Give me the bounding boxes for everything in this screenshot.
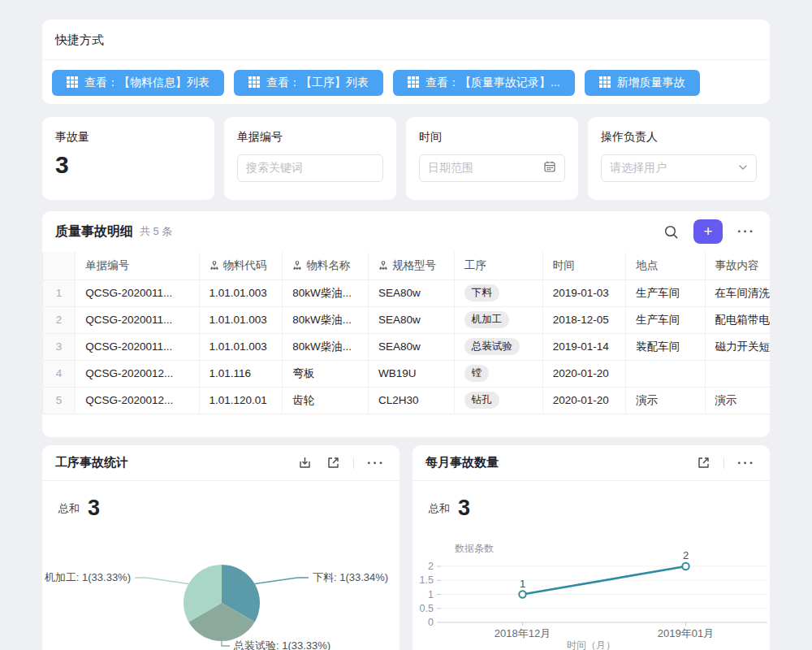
column-header-0[interactable]: 单据编号 bbox=[76, 252, 199, 280]
pie-label-下料: 下料: 1(33.34%) bbox=[313, 571, 388, 583]
grid-icon bbox=[67, 76, 78, 90]
table-more-menu-icon[interactable]: ··· bbox=[736, 223, 757, 240]
cell-doc-no: QCSG-2020011... bbox=[76, 280, 199, 306]
column-header-2[interactable]: 物料名称 bbox=[283, 252, 369, 280]
time-filter-card: 时间 日期范围 bbox=[406, 117, 578, 200]
column-header-3[interactable]: 规格型号 bbox=[368, 252, 454, 280]
doc-no-label: 单据编号 bbox=[224, 117, 396, 145]
cell-place: 装配车间 bbox=[626, 333, 705, 360]
cell-spec: CL2H30 bbox=[368, 387, 454, 414]
cell-material-name: 80kW柴油... bbox=[283, 333, 369, 360]
cell-doc-no: QCSG-2020011... bbox=[76, 306, 199, 333]
pie-total-value: 3 bbox=[88, 497, 100, 519]
grid-icon bbox=[599, 76, 611, 90]
open-in-new-icon[interactable] bbox=[695, 454, 712, 471]
cell-content: 演示 bbox=[705, 387, 770, 414]
data-point-label: 1 bbox=[520, 578, 525, 590]
metric-label: 事故量 bbox=[42, 117, 214, 145]
search-icon[interactable] bbox=[662, 223, 680, 241]
row-number: 3 bbox=[43, 333, 76, 360]
row-number: 1 bbox=[43, 280, 76, 306]
cell-material-code: 1.01.01.003 bbox=[199, 306, 283, 333]
cell-content: 配电箱带电... bbox=[705, 306, 770, 333]
cell-date: 2018-12-05 bbox=[542, 306, 626, 333]
divider bbox=[353, 457, 354, 469]
time-label: 时间 bbox=[406, 117, 578, 145]
cell-spec: SEA80w bbox=[368, 333, 454, 360]
cell-process: 总装试验 bbox=[454, 333, 542, 360]
cell-doc-no: QCSG-2020012... bbox=[76, 360, 199, 387]
column-header-6[interactable]: 地点 bbox=[626, 252, 705, 280]
cell-spec: WB19U bbox=[368, 360, 454, 387]
y-tick-label: 0 bbox=[428, 617, 434, 628]
cell-material-name: 80kW柴油... bbox=[283, 280, 369, 306]
owner-filter-card: 操作负责人 请选择用户 bbox=[588, 117, 770, 200]
row-number: 4 bbox=[43, 360, 76, 387]
cell-content: 在车间清洗... bbox=[705, 280, 770, 306]
row-number: 5 bbox=[43, 387, 76, 414]
shortcut-button-label: 查看：【质量事故记录】... bbox=[425, 76, 560, 90]
table-row-count: 共 5 条 bbox=[140, 224, 172, 239]
column-header-4[interactable]: 工序 bbox=[454, 252, 542, 280]
x-tick-label: 2018年12月 bbox=[495, 627, 551, 639]
column-header-1[interactable]: 物料代码 bbox=[199, 252, 283, 280]
process-tag: 总装试验 bbox=[464, 338, 520, 355]
add-record-button[interactable]: + bbox=[693, 219, 723, 244]
pie-total-label: 总和 bbox=[58, 501, 80, 519]
pie-label-总装试验: 总装试验: 1(33.33%) bbox=[233, 639, 330, 650]
y-tick-label: 1 bbox=[428, 589, 434, 600]
shortcut-button-label: 查看：【工序】列表 bbox=[266, 76, 369, 90]
shortcuts-title: 快捷方式 bbox=[42, 20, 770, 59]
cell-process: 下料 bbox=[454, 280, 542, 306]
data-point-label: 2 bbox=[683, 549, 689, 561]
doc-no-filter-card: 单据编号 搜索关键词 bbox=[224, 117, 396, 200]
cell-material-name: 弯板 bbox=[283, 360, 369, 387]
line-more-menu-icon[interactable]: ··· bbox=[736, 454, 757, 472]
pie-slice-下料 bbox=[222, 565, 260, 622]
table-row[interactable]: 1QCSG-2020011...1.01.01.00380kW柴油...SEA8… bbox=[43, 280, 771, 306]
open-in-new-icon[interactable] bbox=[325, 454, 342, 471]
process-tag: 机加工 bbox=[464, 311, 510, 328]
cell-content bbox=[705, 360, 770, 387]
table-row[interactable]: 2QCSG-2020011...1.01.01.00380kW柴油...SEA8… bbox=[43, 306, 771, 333]
cell-doc-no: QCSG-2020011... bbox=[76, 333, 199, 360]
metric-card: 事故量 3 bbox=[42, 117, 214, 200]
line-y-axis-label: 数据条数 bbox=[455, 543, 494, 554]
pie-more-menu-icon[interactable]: ··· bbox=[365, 454, 387, 472]
line-chart-title: 每月事故数量 bbox=[425, 455, 499, 470]
owner-select[interactable]: 请选择用户 bbox=[601, 154, 757, 182]
calendar-icon bbox=[543, 160, 556, 176]
table-row[interactable]: 4QCSG-2020012...1.01.116弯板WB19U镗2020-01-… bbox=[43, 360, 771, 387]
cell-place: 演示 bbox=[626, 387, 705, 414]
y-tick-label: 1.5 bbox=[420, 574, 434, 586]
metric-value: 3 bbox=[42, 145, 214, 179]
cell-material-code: 1.01.01.003 bbox=[199, 333, 283, 360]
process-tag: 钻孔 bbox=[464, 392, 499, 409]
cell-spec: SEA80w bbox=[368, 280, 454, 306]
shortcut-button-2[interactable]: 查看：【工序】列表 bbox=[234, 70, 383, 96]
cell-date: 2019-01-14 bbox=[542, 333, 626, 360]
table-row[interactable]: 3QCSG-2020011...1.01.01.00380kW柴油...SEA8… bbox=[43, 333, 771, 360]
y-tick-label: 2 bbox=[428, 561, 434, 572]
grid-icon bbox=[248, 76, 260, 90]
column-header-7[interactable]: 事故内容 bbox=[705, 252, 770, 280]
column-header-5[interactable]: 时间 bbox=[542, 252, 626, 280]
process-stats-chart-card: 工序事故统计 ··· 总和 3 下料: 1(33.34%)总装试验: 1(33.… bbox=[42, 445, 400, 650]
row-number-header bbox=[43, 252, 76, 280]
shortcut-button-4[interactable]: 新增质量事故 bbox=[585, 70, 700, 96]
shortcut-button-3[interactable]: 查看：【质量事故记录】... bbox=[393, 70, 575, 96]
doc-no-search-input[interactable]: 搜索关键词 bbox=[237, 154, 383, 182]
line-total-label: 总和 bbox=[429, 501, 450, 519]
pie-label-机加工: 机加工: 1(33.33%) bbox=[45, 571, 131, 583]
table-row[interactable]: 5QCSG-2020012...1.01.120.01齿轮CL2H30钻孔202… bbox=[43, 387, 771, 414]
process-tag: 下料 bbox=[464, 284, 499, 301]
download-icon[interactable] bbox=[296, 454, 313, 471]
shortcut-button-1[interactable]: 查看：【物料信息】列表 bbox=[52, 70, 224, 96]
data-point bbox=[519, 591, 525, 597]
date-range-input[interactable]: 日期范围 bbox=[419, 154, 565, 182]
cell-material-code: 1.01.01.003 bbox=[199, 280, 283, 306]
shortcut-button-label: 查看：【物料信息】列表 bbox=[84, 76, 209, 90]
pie-slice-机加工 bbox=[184, 565, 222, 622]
cell-process: 机加工 bbox=[454, 306, 542, 333]
x-tick-label: 2019年01月 bbox=[658, 627, 714, 639]
